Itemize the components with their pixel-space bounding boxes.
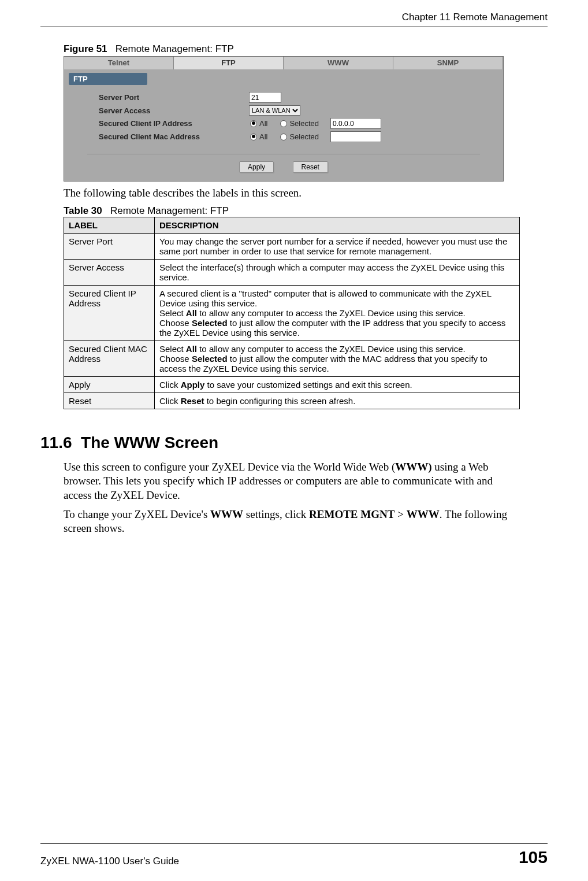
section-number: 11.6 bbox=[40, 434, 72, 451]
description-table: LABEL DESCRIPTION Server Port You may ch… bbox=[64, 217, 520, 409]
td-desc-apply: Click Apply to save your customized sett… bbox=[155, 376, 520, 393]
radio-mac-selected[interactable] bbox=[280, 134, 287, 140]
desc-p1: A secured client is a "trusted" computer… bbox=[159, 288, 515, 308]
td-label-apply: Apply bbox=[64, 376, 155, 393]
radio-ip-selected[interactable] bbox=[280, 120, 287, 127]
desc-p1: Select All to allow any computer to acce… bbox=[159, 344, 515, 354]
figure-caption: Figure 51 Remote Management: FTP bbox=[64, 43, 548, 55]
table-row: Reset Click Reset to begin configuring t… bbox=[64, 393, 520, 409]
section-paragraph-2: To change your ZyXEL Device's WWW settin… bbox=[64, 508, 514, 536]
td-label-server-access: Server Access bbox=[64, 259, 155, 285]
td-label-secured-mac: Secured Client MAC Address bbox=[64, 340, 155, 376]
label-secured-mac: Secured Client Mac Address bbox=[99, 132, 249, 141]
table-label: Table 30 bbox=[64, 205, 102, 216]
figure-inner: Telnet FTP WWW SNMP FTP Server Port Serv… bbox=[64, 57, 503, 181]
table-intro-text: The following table describes the labels… bbox=[64, 186, 514, 201]
desc-p2: Choose Selected to just allow the comput… bbox=[159, 354, 515, 373]
desc-p3: Choose Selected to just allow the comput… bbox=[159, 318, 515, 338]
page-header: Chapter 11 Remote Management bbox=[40, 12, 548, 27]
page-footer: ZyXEL NWA-1100 User's Guide 105 bbox=[40, 843, 548, 867]
label-server-port: Server Port bbox=[99, 93, 249, 102]
td-desc-secured-mac: Select All to allow any computer to acce… bbox=[155, 340, 520, 376]
reset-button[interactable]: Reset bbox=[293, 161, 328, 173]
input-ip-address[interactable] bbox=[330, 118, 381, 129]
th-description: DESCRIPTION bbox=[155, 217, 520, 233]
table-row: Server Access Select the interface(s) th… bbox=[64, 259, 520, 285]
td-label-server-port: Server Port bbox=[64, 233, 155, 259]
radio-ip-all[interactable] bbox=[250, 120, 257, 127]
tab-snmp[interactable]: SNMP bbox=[393, 57, 503, 69]
section-title: The WWW Screen bbox=[81, 434, 218, 451]
select-server-access[interactable]: LAN & WLAN bbox=[249, 105, 300, 116]
td-desc-server-port: You may change the server port number fo… bbox=[155, 233, 520, 259]
form-area: Server Port Server Access LAN & WLAN Sec… bbox=[64, 86, 503, 148]
table-header-row: LABEL DESCRIPTION bbox=[64, 217, 520, 233]
th-label: LABEL bbox=[64, 217, 155, 233]
tabs-row: Telnet FTP WWW SNMP bbox=[64, 57, 503, 69]
section-heading: 11.6 The WWW Screen bbox=[40, 434, 548, 452]
figure-title: Remote Management: FTP bbox=[116, 43, 234, 54]
label-secured-ip: Secured Client IP Address bbox=[99, 119, 249, 128]
td-desc-secured-ip: A secured client is a "trusted" computer… bbox=[155, 285, 520, 340]
tab-www[interactable]: WWW bbox=[284, 57, 393, 69]
row-server-access: Server Access LAN & WLAN bbox=[99, 105, 492, 116]
row-secured-ip: Secured Client IP Address All Selected bbox=[99, 118, 492, 129]
input-server-port[interactable] bbox=[249, 92, 281, 103]
tab-telnet[interactable]: Telnet bbox=[64, 57, 174, 69]
radio-label-ip-selected: Selected bbox=[289, 119, 319, 128]
divider bbox=[87, 154, 480, 154]
desc-p2: Select All to allow any computer to acce… bbox=[159, 308, 515, 318]
td-desc-reset: Click Reset to begin configuring this sc… bbox=[155, 393, 520, 409]
td-label-secured-ip: Secured Client IP Address bbox=[64, 285, 155, 340]
button-row: Apply Reset bbox=[64, 161, 503, 173]
footer-guide-name: ZyXEL NWA-1100 User's Guide bbox=[40, 856, 179, 867]
table-title: Remote Management: FTP bbox=[110, 205, 229, 216]
radio-label-ip-all: All bbox=[259, 119, 267, 128]
table-row: Server Port You may change the server po… bbox=[64, 233, 520, 259]
table-row: Secured Client IP Address A secured clie… bbox=[64, 285, 520, 340]
table-row: Apply Click Apply to save your customize… bbox=[64, 376, 520, 393]
td-desc-server-access: Select the interface(s) through which a … bbox=[155, 259, 520, 285]
td-label-reset: Reset bbox=[64, 393, 155, 409]
radio-label-mac-selected: Selected bbox=[289, 132, 319, 141]
table-caption: Table 30 Remote Management: FTP bbox=[64, 205, 548, 217]
row-server-port: Server Port bbox=[99, 92, 492, 103]
section-bar-ftp: FTP bbox=[69, 73, 147, 85]
table-row: Secured Client MAC Address Select All to… bbox=[64, 340, 520, 376]
label-server-access: Server Access bbox=[99, 106, 249, 115]
tab-ftp[interactable]: FTP bbox=[174, 57, 284, 69]
footer-page-number: 105 bbox=[519, 847, 548, 867]
chapter-title: Chapter 11 Remote Management bbox=[402, 12, 548, 23]
apply-button[interactable]: Apply bbox=[239, 161, 274, 173]
input-mac-address[interactable] bbox=[330, 131, 381, 142]
row-secured-mac: Secured Client Mac Address All Selected bbox=[99, 131, 492, 142]
figure-label: Figure 51 bbox=[64, 43, 107, 54]
figure-screenshot: Telnet FTP WWW SNMP FTP Server Port Serv… bbox=[64, 56, 504, 182]
page: Chapter 11 Remote Management Figure 51 R… bbox=[0, 0, 588, 881]
radio-mac-all[interactable] bbox=[250, 134, 257, 140]
radio-label-mac-all: All bbox=[259, 132, 267, 141]
section-paragraph-1: Use this screen to configure your ZyXEL … bbox=[64, 460, 514, 503]
